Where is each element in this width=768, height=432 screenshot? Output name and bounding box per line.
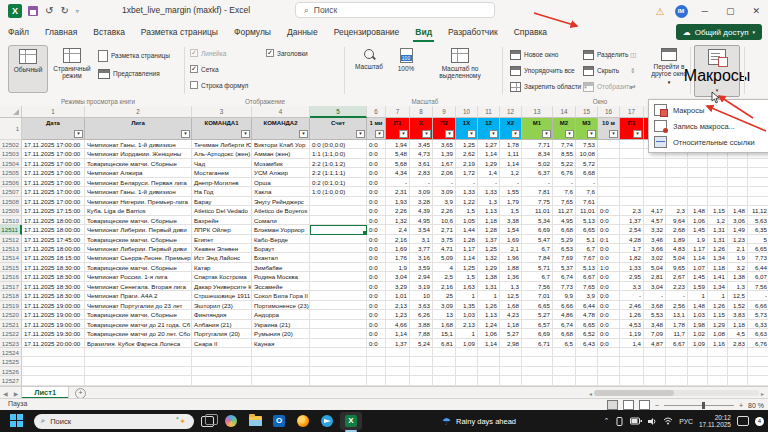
grid-cell[interactable] (644, 178, 666, 187)
grid-cell[interactable]: 1,25 (478, 244, 500, 253)
grid-cell[interactable]: 1,33 (456, 187, 478, 196)
grid-cell[interactable]: Дакар Университе Кл (192, 282, 252, 291)
row-header-12512[interactable]: 12512 (0, 235, 22, 244)
grid-cell[interactable]: 1,5 (500, 206, 522, 215)
grid-cell[interactable]: Чемпионат Сенегала. Вторая лига (85, 282, 192, 291)
grid-cell[interactable]: 17.11.2025 18:30:00 (22, 263, 85, 272)
grid-cell[interactable]: 1,48 (688, 301, 708, 310)
grid-cell[interactable] (553, 357, 576, 366)
grid-cell[interactable]: 15,1 (433, 329, 456, 338)
grid-cell[interactable]: 7,6 (576, 187, 598, 196)
grid-cell[interactable]: 2,56 (666, 301, 688, 310)
grid-cell[interactable]: 1,7 (620, 244, 644, 253)
grid-cell[interactable]: 3,3 (620, 282, 644, 291)
row-header-12526[interactable]: 12526 (0, 367, 22, 376)
grid-cell[interactable]: Товарищеские матчи до 21 года. Сб (85, 320, 192, 329)
grid-cell[interactable]: 1,38 (728, 272, 748, 281)
grid-cell[interactable]: 1,09 (688, 339, 708, 348)
grid-cell[interactable]: 4,34 (386, 168, 410, 177)
grid-cell[interactable] (598, 376, 620, 385)
row-header-12511[interactable]: 12511 (0, 225, 22, 234)
column-header-4[interactable]: 4 (252, 106, 310, 118)
grid-cell[interactable]: - (478, 178, 500, 187)
grid-cell[interactable]: 0:0 (367, 310, 386, 319)
grid-cell[interactable] (644, 168, 666, 177)
grid-cell[interactable] (620, 178, 644, 187)
grid-cell[interactable]: 6,65 (522, 301, 553, 310)
grid-cell[interactable]: Бораут (252, 244, 310, 253)
grid-cell[interactable]: 6,68 (576, 168, 598, 177)
grid-cell[interactable]: 2,26 (433, 206, 456, 215)
column-header-8[interactable]: 8 (410, 106, 433, 118)
grid-cell[interactable]: Товарищеские матчи. Сборные (85, 310, 192, 319)
grid-cell[interactable]: 9,9 (553, 291, 576, 300)
grid-cell[interactable] (598, 357, 620, 366)
clock[interactable]: 20:1217.11.2025 (699, 414, 731, 428)
grid-cell[interactable] (644, 197, 666, 206)
grid-cell[interactable] (310, 339, 367, 348)
row-header-12523[interactable]: 12523 (0, 339, 22, 348)
grid-cell[interactable]: 6,68 (553, 225, 576, 234)
column-header-17[interactable]: 17 (620, 106, 644, 118)
grid-cell[interactable] (666, 357, 688, 366)
grid-cell[interactable] (748, 348, 768, 357)
grid-cell[interactable] (748, 367, 768, 376)
grid-cell[interactable] (252, 357, 310, 366)
grid-cell[interactable]: 1,4 (620, 339, 644, 348)
grid-cell[interactable]: Чемпионат Либерии. Первый диви (85, 244, 192, 253)
grid-cell[interactable]: - (456, 178, 478, 187)
grid-cell[interactable]: 3,16 (410, 253, 433, 262)
language-indicator[interactable]: РУС (679, 418, 693, 425)
grid-cell[interactable]: 5,48 (386, 149, 410, 158)
grid-cell[interactable]: 2,46 (620, 301, 644, 310)
grid-cell[interactable] (85, 367, 192, 376)
grid-cell[interactable]: 2,54 (620, 225, 644, 234)
grid-cell[interactable]: 17.11.2025 18:00:00 (22, 244, 85, 253)
grid-cell[interactable]: - (433, 178, 456, 187)
grid-cell[interactable] (22, 357, 85, 366)
grid-cell[interactable]: 6,81 (433, 339, 456, 348)
grid-cell[interactable]: - (576, 178, 598, 187)
grid-cell[interactable]: 1,18 (728, 320, 748, 329)
row-header-12520[interactable]: 12520 (0, 310, 22, 319)
grid-cell[interactable]: 1,5 (456, 272, 478, 281)
grid-cell[interactable]: 11,01 (576, 206, 598, 215)
grid-cell[interactable]: Бразилия. Кубок Фареса Лопеса (85, 339, 192, 348)
grid-cell[interactable] (192, 348, 252, 357)
grid-cell[interactable]: 0:0 (598, 216, 620, 225)
grid-cell[interactable] (310, 348, 367, 357)
grid-cell[interactable]: 3,88 (410, 320, 433, 329)
row-header-12509[interactable]: 12509 (0, 206, 22, 215)
grid-cell[interactable]: 1,39 (433, 149, 456, 158)
table-header-1 ми[interactable]: 1 ми▼ (367, 118, 386, 140)
grid-cell[interactable] (728, 187, 748, 196)
grid-cell[interactable] (367, 357, 386, 366)
grid-cell[interactable] (85, 357, 192, 366)
grid-cell[interactable] (85, 376, 192, 385)
search-box[interactable]: ⌕Поиск (295, 2, 495, 18)
column-header-10[interactable]: 10 (456, 106, 478, 118)
grid-cell[interactable]: 1,07 (688, 263, 708, 272)
undo-icon[interactable]: ↺ (45, 3, 53, 19)
grid-cell[interactable]: 0:0 (598, 320, 620, 329)
grid-cell[interactable] (708, 159, 728, 168)
hide-button[interactable]: Скрыть (583, 64, 619, 77)
grid-cell[interactable] (598, 197, 620, 206)
grid-cell[interactable]: Катар (192, 263, 252, 272)
grid-cell[interactable] (553, 367, 576, 376)
scroll-right-icon[interactable]: ▸ (761, 390, 764, 397)
grid-cell[interactable]: Виктори Клаб Уор (252, 140, 310, 149)
grid-cell[interactable]: 2,71 (433, 225, 456, 234)
grid-cell[interactable]: 0:0 (598, 225, 620, 234)
grid-cell[interactable]: Товарищеские матчи. Сборные (85, 159, 192, 168)
page-layout-toggle[interactable] (623, 400, 634, 410)
row-header-12527[interactable]: 12527 (0, 376, 22, 385)
grid-cell[interactable]: 5,68 (386, 159, 410, 168)
grid-cell[interactable]: 3,45 (410, 140, 433, 149)
grid-cell[interactable]: Орша (252, 178, 310, 187)
grid-cell[interactable]: 6,44 (576, 301, 598, 310)
grid-cell[interactable]: 1,11 (500, 149, 522, 158)
grid-cell[interactable] (85, 348, 192, 357)
grid-cell[interactable] (620, 348, 644, 357)
grid-cell[interactable] (748, 357, 768, 366)
